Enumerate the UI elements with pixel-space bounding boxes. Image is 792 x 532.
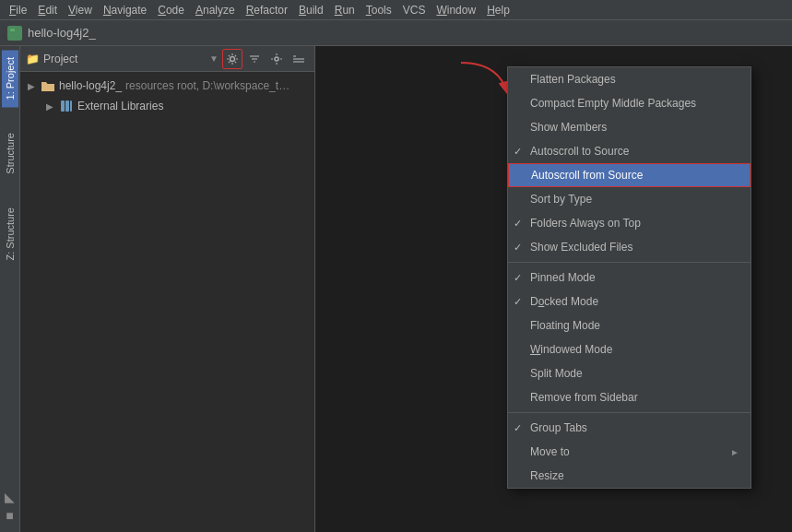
left-sidebar: 1: Project Structure Z: Structure ◣ ■	[0, 46, 20, 532]
checkmark-pinned-mode: ✓	[514, 272, 522, 284]
sidebar-tab-z-structure[interactable]: Z: Structure	[2, 200, 18, 267]
project-icon	[7, 26, 22, 41]
menu-item-pinned-mode[interactable]: ✓ Pinned Mode	[508, 266, 751, 290]
menu-item-remove-from-sidebar[interactable]: Remove from Sidebar	[508, 385, 751, 409]
svg-rect-10	[61, 100, 65, 112]
toolbar-settings-btn[interactable]	[222, 49, 242, 69]
menu-item-autoscroll-to-source[interactable]: ✓ Autoscroll to Source	[508, 139, 751, 163]
titlebar: hello-log4j2_	[0, 20, 792, 46]
menu-analyze[interactable]: Analyze	[190, 2, 241, 18]
project-dropdown-arrow[interactable]: ▼	[209, 53, 219, 64]
svg-point-6	[275, 57, 278, 61]
menu-item-sort-by-type[interactable]: Sort by Type	[508, 187, 751, 211]
menu-file[interactable]: File	[4, 2, 32, 18]
separator-1	[508, 262, 751, 263]
tree-item-external-libs[interactable]: ▶ External Libraries	[20, 96, 314, 116]
toolbar-filter-btn[interactable]	[244, 49, 265, 69]
tree-item-hello-log4j2[interactable]: ▶ hello-log4j2_ resources root, D:\works…	[20, 76, 314, 96]
svg-rect-11	[65, 100, 69, 112]
sidebar-bottom-icon-2[interactable]: ■	[6, 508, 13, 523]
project-panel: 📁 Project ▼	[20, 46, 315, 532]
menubar: File Edit View Navigate Code Analyze Ref…	[0, 0, 792, 20]
menu-edit[interactable]: Edit	[32, 2, 63, 18]
svg-point-2	[231, 56, 235, 61]
tree-arrow: ▶	[28, 81, 39, 91]
project-tree: ▶ hello-log4j2_ resources root, D:\works…	[20, 72, 314, 532]
tree-item-suffix: resources root, D:\workspace_test\hello-…	[125, 79, 291, 92]
menu-item-split-mode[interactable]: Split Mode	[508, 361, 751, 385]
menu-item-folders-always-on-top[interactable]: ✓ Folders Always on Top	[508, 211, 751, 235]
menu-refactor[interactable]: Refactor	[241, 2, 293, 18]
svg-rect-0	[10, 30, 19, 38]
checkmark-show-excluded-files: ✓	[514, 242, 522, 254]
menu-code[interactable]: Code	[152, 2, 190, 18]
menu-window[interactable]: Window	[431, 2, 481, 18]
sidebar-tab-project[interactable]: 1: Project	[2, 50, 18, 107]
folder-icon	[41, 78, 55, 93]
menu-item-move-to[interactable]: Move to ►	[508, 440, 751, 464]
menu-item-show-members[interactable]: Show Members	[508, 115, 751, 139]
menu-vcs[interactable]: VCS	[397, 2, 431, 18]
project-panel-title: Project	[43, 53, 209, 65]
menu-item-autoscroll-from-source[interactable]: Autoscroll from Source	[508, 163, 751, 187]
checkmark-folders-always-on-top: ✓	[514, 218, 522, 230]
tree-item-label-project: hello-log4j2_	[59, 79, 122, 92]
submenu-arrow: ►	[730, 447, 739, 457]
checkmark-docked-mode: ✓	[514, 296, 522, 308]
sidebar-tab-structure[interactable]: Structure	[2, 125, 18, 182]
svg-rect-1	[10, 29, 15, 31]
menu-help[interactable]: Help	[481, 2, 515, 18]
checkmark-group-tabs: ✓	[514, 422, 522, 434]
menu-item-resize[interactable]: Resize	[508, 464, 751, 488]
svg-rect-12	[70, 100, 72, 112]
checkmark-autoscroll-to-source: ✓	[514, 146, 522, 158]
menu-item-floating-mode[interactable]: Floating Mode	[508, 313, 751, 337]
menu-item-windowed-mode[interactable]: Windowed Mode	[508, 337, 751, 361]
menu-tools[interactable]: Tools	[361, 2, 397, 18]
menu-run[interactable]: Run	[329, 2, 361, 18]
menu-item-docked-mode[interactable]: ✓ Docked Mode	[508, 290, 751, 313]
project-title: hello-log4j2_	[28, 26, 96, 40]
toolbar-expand-btn[interactable]	[289, 49, 309, 69]
menu-build[interactable]: Build	[293, 2, 329, 18]
menu-item-compact-empty[interactable]: Compact Empty Middle Packages	[508, 91, 751, 115]
dropdown-menu: Flatten Packages Compact Empty Middle Pa…	[507, 66, 751, 489]
separator-2	[508, 412, 751, 413]
menu-navigate[interactable]: Navigate	[98, 2, 152, 18]
menu-item-show-excluded-files[interactable]: ✓ Show Excluded Files	[508, 235, 751, 259]
sidebar-bottom-icon-1[interactable]: ◣	[5, 490, 15, 504]
project-panel-icon: 📁	[26, 53, 40, 65]
library-icon	[59, 99, 74, 113]
tree-arrow-ext: ▶	[46, 101, 57, 112]
menu-item-flatten-packages[interactable]: Flatten Packages	[508, 67, 751, 91]
toolbar-gear-btn[interactable]	[266, 49, 287, 69]
menu-item-group-tabs[interactable]: ✓ Group Tabs	[508, 416, 751, 440]
tree-item-label-ext-libs: External Libraries	[77, 100, 163, 112]
menu-view[interactable]: View	[63, 2, 98, 18]
project-toolbar	[222, 49, 309, 69]
project-panel-header: 📁 Project ▼	[20, 46, 314, 72]
